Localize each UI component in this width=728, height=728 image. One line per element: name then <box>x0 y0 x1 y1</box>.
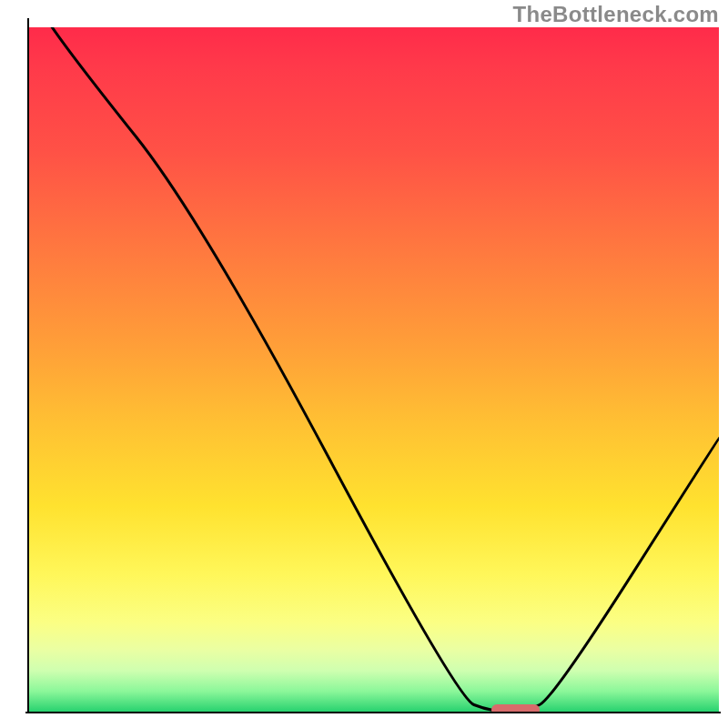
curve-svg <box>29 27 719 712</box>
optimal-marker <box>491 704 540 712</box>
x-axis <box>25 712 721 713</box>
watermark-text: TheBottleneck.com <box>513 2 719 27</box>
plot-area <box>29 27 719 712</box>
bottleneck-curve-path <box>29 27 719 712</box>
bottleneck-chart: TheBottleneck.com <box>0 0 728 728</box>
